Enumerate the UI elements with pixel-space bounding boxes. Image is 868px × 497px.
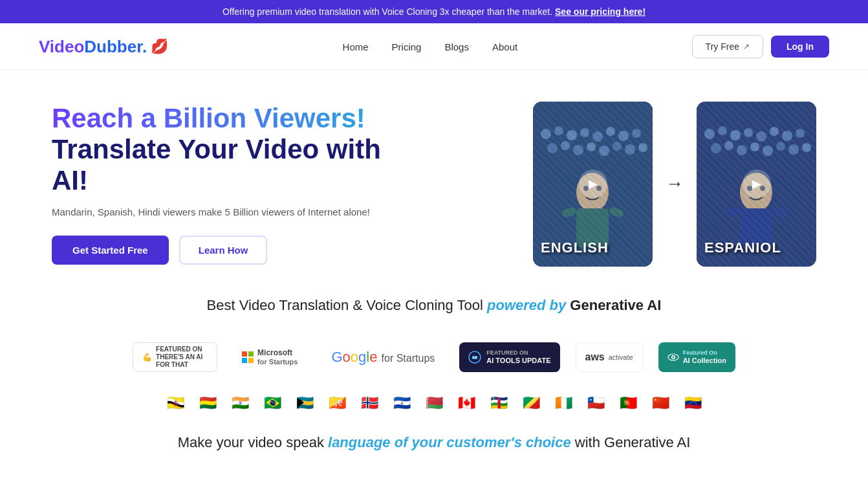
flag-el-salvador: 🇸🇻 (388, 394, 415, 412)
logo[interactable]: VideoDubber. 💋 (39, 37, 168, 57)
svg-point-28 (756, 131, 766, 142)
muscle-icon: 💪 (142, 353, 152, 362)
logo-video: Video (39, 37, 84, 56)
partner-ai-collection[interactable]: Featured On AI Collection (658, 342, 735, 372)
flag-india: 🇮🇳 (226, 394, 254, 412)
svg-point-5 (592, 131, 603, 142)
flag-bahamas: 🇧🇸 (291, 394, 318, 412)
svg-point-34 (737, 145, 747, 155)
bottom-text-start: Make your video speak (178, 434, 324, 450)
svg-point-9 (547, 143, 558, 153)
svg-point-24 (704, 129, 715, 139)
svg-point-37 (776, 142, 785, 151)
ai-collection-label: Featured On AI Collection (683, 349, 726, 365)
nav-home[interactable]: Home (343, 41, 369, 52)
play-icon-english[interactable]: ▶ (579, 170, 607, 198)
bottom-text-end: with Generative AI (575, 434, 691, 450)
flag-brazil: 🇧🇷 (259, 394, 286, 412)
svg-point-4 (580, 128, 589, 137)
svg-point-27 (744, 128, 753, 137)
partner-google[interactable]: Google for Startups (322, 342, 444, 372)
nav-about[interactable]: About (492, 41, 517, 52)
flag-bhutan: 🇧🇹 (323, 394, 351, 412)
video-label-spanish: ESPANIOL (704, 239, 781, 256)
flags-section: 🇧🇳 🇧🇴 🇮🇳 🇧🇷 🇧🇸 🇧🇹 🇳🇴 🇸🇻 🇧🇾 🇨🇦 🇨🇫 🇨🇬 🇨🇮 🇨… (0, 385, 868, 421)
svg-point-39 (802, 143, 811, 152)
partner-aws[interactable]: aws activate (576, 342, 643, 372)
best-title: Best Video Translation & Voice Cloning T… (26, 297, 842, 314)
svg-point-49 (475, 357, 477, 359)
svg-point-31 (796, 129, 805, 138)
best-title-start: Best Video Translation & Voice Cloning T… (207, 297, 483, 313)
svg-rect-42 (725, 206, 741, 218)
partner-logos-section: 💪 FEATURED ONTHERE'S AN AI FOR THAT Micr… (0, 342, 868, 385)
svg-rect-19 (561, 206, 578, 218)
nav-pricing[interactable]: Pricing (392, 41, 422, 52)
svg-point-33 (724, 141, 733, 150)
svg-point-2 (554, 126, 563, 135)
svg-point-48 (473, 357, 474, 359)
flag-brunei: 🇧🇳 (162, 394, 189, 412)
hero-content: Reach a Billion Viewers! Translate Your … (52, 103, 388, 265)
svg-point-16 (638, 143, 647, 152)
microsoft-label: Microsoft for Startups (257, 348, 298, 366)
announcement-banner: Offering premium video translation with … (0, 0, 868, 23)
svg-point-10 (561, 141, 570, 150)
try-free-button[interactable]: Try Free ↗ (692, 35, 763, 58)
svg-point-36 (763, 146, 773, 156)
play-icon-spanish[interactable]: ▶ (743, 170, 771, 198)
powered-by-text: powered by (487, 297, 570, 313)
svg-point-7 (618, 131, 629, 141)
svg-point-8 (632, 129, 641, 138)
login-button[interactable]: Log In (771, 36, 829, 58)
bottom-title: Make your video speak language of your c… (26, 434, 842, 451)
flag-venezuela: 🇻🇪 (679, 394, 706, 412)
svg-point-11 (573, 145, 583, 155)
flag-car: 🇨🇫 (485, 394, 512, 412)
nav-links: Home Pricing Blogs About (343, 41, 518, 52)
logo-lips-icon: 💋 (151, 38, 168, 55)
flag-china: 🇨🇳 (647, 394, 674, 412)
svg-point-35 (750, 142, 759, 151)
partner-microsoft[interactable]: Microsoft for Startups (233, 342, 307, 372)
nav-blogs[interactable]: Blogs (444, 41, 469, 52)
video-card-spanish[interactable]: ▶ ESPANIOL (697, 102, 816, 267)
gen-ai-text: Generative AI (570, 297, 661, 313)
svg-point-13 (599, 146, 609, 156)
flag-congo: 🇨🇬 (517, 394, 545, 412)
svg-point-26 (730, 130, 741, 140)
aws-label: activate (609, 353, 633, 361)
partner-ai-tools[interactable]: FEATURED ON AI TOOLS UPDATE (459, 342, 559, 372)
learn-how-button[interactable]: Learn How (179, 236, 268, 265)
flag-portugal: 🇵🇹 (614, 394, 642, 412)
translation-arrow-icon: → (666, 173, 684, 194)
video-card-english[interactable]: ▶ ENGLISH (533, 102, 653, 267)
flag-ivory-coast: 🇨🇮 (550, 394, 577, 412)
svg-point-52 (672, 357, 674, 359)
partner-there-ai[interactable]: 💪 FEATURED ONTHERE'S AN AI FOR THAT (133, 342, 217, 372)
svg-point-25 (718, 126, 727, 135)
eye-icon (667, 351, 679, 363)
there-ai-label: FEATURED ONTHERE'S AN AI FOR THAT (156, 346, 208, 369)
hero-video-demo: ▶ ENGLISH → (533, 102, 816, 267)
svg-point-1 (541, 129, 551, 139)
svg-point-38 (788, 144, 799, 155)
navbar: VideoDubber. 💋 Home Pricing Blogs About … (0, 23, 868, 71)
flag-belarus: 🇧🇾 (420, 394, 448, 412)
hero-title-1: Reach a Billion Viewers! (52, 103, 388, 134)
svg-point-6 (606, 127, 615, 136)
get-started-button[interactable]: Get Started Free (52, 236, 169, 265)
svg-point-32 (711, 143, 721, 153)
svg-point-12 (587, 142, 596, 151)
banner-link[interactable]: See our pricing here! (555, 6, 646, 17)
hero-section: Reach a Billion Viewers! Translate Your … (0, 71, 868, 291)
svg-point-14 (613, 142, 622, 151)
hero-buttons: Get Started Free Learn How (52, 236, 388, 265)
try-free-label: Try Free (706, 41, 739, 52)
logo-dubber: Dubber. (84, 37, 147, 56)
ai-tools-label: FEATURED ON AI TOOLS UPDATE (486, 349, 550, 365)
best-translation-section: Best Video Translation & Voice Cloning T… (0, 291, 868, 342)
flag-canada: 🇨🇦 (453, 394, 480, 412)
svg-point-29 (770, 127, 779, 136)
hero-subtitle: Mandarin, Spanish, Hindi viewers make 5 … (52, 206, 388, 217)
